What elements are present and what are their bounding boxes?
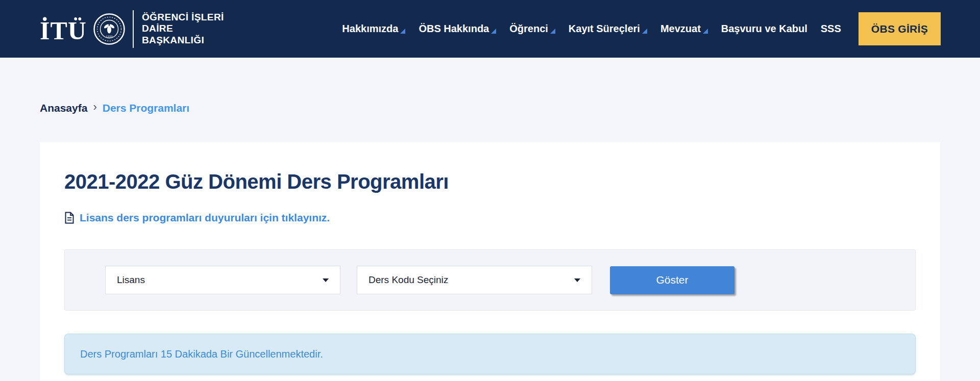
department-name-line: BAŞKANLIĞI <box>142 35 224 46</box>
breadcrumb-home-link[interactable]: Anasayfa <box>40 102 87 114</box>
nav-item-mevzuat[interactable]: Mevzuat <box>660 23 708 35</box>
info-alert: Ders Programları 15 Dakikada Bir Güncell… <box>64 334 916 374</box>
top-navbar: İTÜ 1773 ÖĞRENCİ İŞLERİ DAİRE BAŞKANLIĞI… <box>0 0 980 58</box>
obs-login-button[interactable]: ÖBS GİRİŞ <box>859 12 941 45</box>
nav-item-sss[interactable]: SSS <box>821 23 841 35</box>
nav-item-label: ÖBS Hakkında <box>419 23 489 35</box>
nav-item-label: SSS <box>821 23 841 35</box>
level-select[interactable]: Lisans <box>105 266 340 294</box>
nav-item-kayit-surecleri[interactable]: Kayıt Süreçleri <box>569 23 647 35</box>
info-alert-text: Ders Programları 15 Dakikada Bir Güncell… <box>80 348 323 360</box>
chevron-down-icon <box>574 278 580 282</box>
dropdown-caret-icon <box>491 29 496 34</box>
nav-item-basvuru-ve-kabul[interactable]: Başvuru ve Kabul <box>721 23 807 35</box>
nav-item-label: Öğrenci <box>509 23 548 35</box>
breadcrumb: Anasayfa › Ders Programları <box>40 101 189 115</box>
breadcrumb-current[interactable]: Ders Programları <box>103 102 189 114</box>
course-code-select-value: Ders Kodu Seçiniz <box>369 274 448 286</box>
announcement-link[interactable]: Lisans ders programları duyuruları için … <box>64 212 330 224</box>
dropdown-caret-icon <box>550 29 555 34</box>
goster-button[interactable]: Göster <box>610 266 734 294</box>
announcement-link-label: Lisans ders programları duyuruları için … <box>80 212 330 224</box>
content-card: 2021-2022 Güz Dönemi Ders Programları Li… <box>40 142 940 381</box>
level-select-value: Lisans <box>117 274 145 286</box>
main-nav: Hakkımızda ÖBS Hakkında Öğrenci Kayıt Sü… <box>342 12 941 45</box>
logo-divider <box>133 10 134 48</box>
nav-item-obs-hakkinda[interactable]: ÖBS Hakkında <box>419 23 496 35</box>
dropdown-caret-icon <box>400 29 405 34</box>
department-name: ÖĞRENCİ İŞLERİ DAİRE BAŞKANLIĞI <box>142 12 224 46</box>
department-name-line: DAİRE <box>142 23 224 34</box>
nav-item-label: Başvuru ve Kabul <box>721 23 807 35</box>
department-name-line: ÖĞRENCİ İŞLERİ <box>142 12 224 23</box>
chevron-down-icon <box>323 278 329 282</box>
itu-logo[interactable]: İTÜ 1773 ÖĞRENCİ İŞLERİ DAİRE BAŞKANLIĞI <box>40 10 224 48</box>
nav-item-label: Hakkımızda <box>342 23 398 35</box>
itu-seal-icon: 1773 <box>93 13 126 45</box>
nav-item-label: Kayıt Süreçleri <box>569 23 640 35</box>
itu-logotype: İTÜ <box>40 15 87 43</box>
nav-item-hakkimizda[interactable]: Hakkımızda <box>342 23 405 35</box>
nav-item-ogrenci[interactable]: Öğrenci <box>509 23 555 35</box>
dropdown-caret-icon <box>703 29 708 34</box>
seal-year: 1773 <box>106 35 113 38</box>
nav-item-label: Mevzuat <box>660 23 701 35</box>
dropdown-caret-icon <box>642 29 647 34</box>
document-icon <box>64 212 75 224</box>
course-code-select[interactable]: Ders Kodu Seçiniz <box>357 266 592 294</box>
filter-panel: Lisans Ders Kodu Seçiniz Göster <box>64 249 916 311</box>
page-title: 2021-2022 Güz Dönemi Ders Programları <box>64 170 940 193</box>
breadcrumb-separator-icon: › <box>93 100 96 114</box>
